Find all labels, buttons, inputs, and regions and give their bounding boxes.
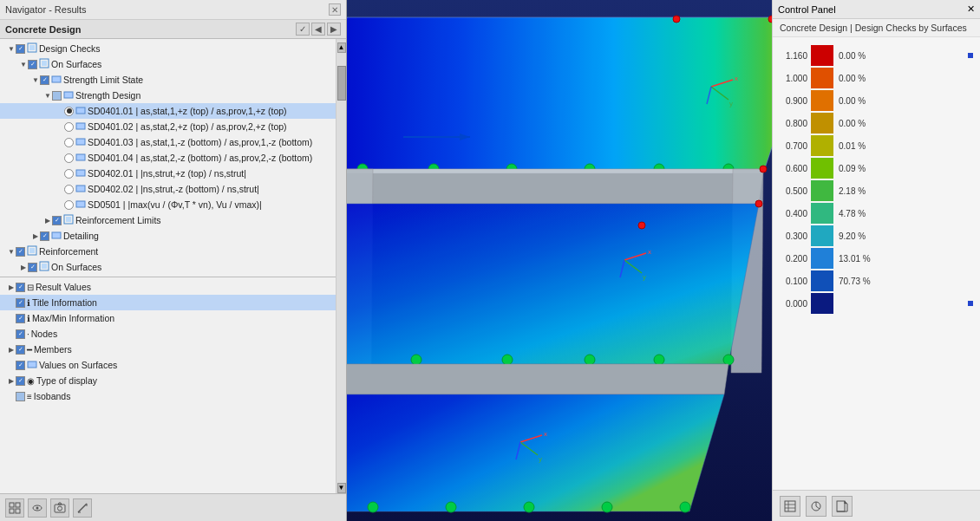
radio-sd0402-01[interactable] — [64, 169, 74, 179]
tree-item-type-of-display[interactable]: ▶◉Type of display — [0, 373, 336, 388]
checkbox-title-info[interactable] — [16, 298, 25, 308]
tree-item-values-on-surfaces[interactable]: Values on Surfaces — [0, 357, 336, 373]
tree-icon-on-surfaces — [39, 58, 49, 70]
radio-sd0401-01[interactable] — [64, 107, 74, 116]
tree-label-design-checks: Design Checks — [39, 43, 101, 54]
radio-sd0402-02[interactable] — [64, 185, 74, 194]
checkbox-nodes[interactable] — [16, 329, 25, 339]
tree-icon-values-on-surfaces — [27, 359, 37, 371]
eye-button[interactable] — [28, 498, 47, 518]
expand-arrow-reinforcement[interactable]: ▼ — [7, 248, 16, 256]
tree-item-detailing[interactable]: ▶Detailing — [0, 228, 336, 244]
dropdown-left-button[interactable]: ◀ — [311, 23, 325, 36]
svg-marker-43 — [347, 169, 763, 173]
tree-item-on-surfaces-2[interactable]: ▶On Surfaces — [0, 259, 336, 275]
table-button[interactable] — [780, 496, 800, 517]
radio-sd0501[interactable] — [64, 200, 74, 210]
tree-separator — [0, 277, 336, 277]
checkbox-design-checks[interactable] — [16, 44, 25, 54]
svg-rect-7 — [76, 123, 85, 129]
checkbox-values-on-surfaces[interactable] — [16, 361, 25, 370]
tree-area: ▼Design Checks▼On Surfaces▼Strength Limi… — [0, 39, 336, 493]
scale-color-2 — [811, 90, 833, 111]
expand-arrow-detailing[interactable]: ▶ — [31, 232, 40, 240]
expand-arrow-strength-limit[interactable]: ▼ — [31, 76, 40, 84]
checkbox-detailing[interactable] — [40, 231, 49, 241]
grid-button[interactable] — [5, 498, 24, 518]
expand-arrow-on-surfaces-2[interactable]: ▶ — [19, 264, 28, 271]
expand-arrow-type-of-display[interactable]: ▶ — [7, 377, 16, 385]
tree-item-design-checks[interactable]: ▼Design Checks — [0, 41, 336, 56]
radio-sd0401-03[interactable] — [64, 138, 74, 147]
ruler-button[interactable] — [73, 498, 92, 518]
scale-color-4 — [811, 135, 833, 156]
tree-item-sd0401-01[interactable]: SD0401.01 | as,stat,1,+z (top) / as,prov… — [0, 103, 336, 119]
tree-item-strength-design[interactable]: ▼Strength Design — [0, 88, 336, 103]
tree-label-sd0501: SD0501 | |max(vu / (Φv,T * vn), Vu / vma… — [88, 199, 262, 210]
checkbox-members[interactable] — [16, 345, 25, 355]
tree-label-type-of-display: Type of display — [36, 375, 97, 386]
tree-item-reinforcement-limits[interactable]: ▶Reinforcement Limits — [0, 212, 336, 228]
scale-color-1 — [811, 68, 833, 88]
checkbox-result-values[interactable] — [16, 283, 25, 292]
radio-sd0401-04[interactable] — [64, 153, 74, 163]
navigator-close-button[interactable]: ✕ — [329, 3, 341, 16]
tree-item-members[interactable]: ▶━Members — [0, 342, 336, 357]
dropdown-check-button[interactable]: ✓ — [296, 23, 310, 36]
tree-item-strength-limit[interactable]: ▼Strength Limit State — [0, 72, 336, 88]
tree-icon-strength-limit — [51, 74, 62, 86]
tree-item-sd0401-04[interactable]: SD0401.04 | as,stat,2,-z (bottom) / as,p… — [0, 150, 336, 166]
tree-item-sd0401-02[interactable]: SD0401.02 | as,stat,2,+z (top) / as,prov… — [0, 119, 336, 134]
tree-item-maxmin-info[interactable]: ℹMax/Min Information — [0, 310, 336, 326]
tree-item-reinforcement[interactable]: ▼Reinforcement — [0, 244, 336, 259]
annotation-arrow — [399, 128, 468, 146]
tree-item-sd0501[interactable]: SD0501 | |max(vu / (Φv,T * vn), Vu / vma… — [0, 197, 336, 212]
tree-label-members: Members — [34, 344, 72, 355]
scale-percent-9: 13.01 % — [839, 254, 871, 264]
tree-icon-sd0401-04 — [75, 152, 86, 164]
tree-item-title-info[interactable]: ℹTitle Information — [0, 295, 336, 310]
expand-arrow-reinforcement-limits[interactable]: ▶ — [43, 217, 52, 225]
expand-arrow-result-values[interactable]: ▶ — [7, 283, 16, 291]
tree-item-nodes[interactable]: ·Nodes — [0, 326, 336, 342]
tree-item-sd0402-01[interactable]: SD0402.01 | |ns,strut,+z (top) / ns,stru… — [0, 166, 336, 181]
tree-icon-detailing — [51, 230, 62, 242]
checkbox-strength-design[interactable] — [52, 91, 62, 101]
checkbox-reinforcement[interactable] — [16, 247, 25, 257]
checkbox-on-surfaces-2[interactable] — [28, 263, 37, 272]
checkbox-strength-limit[interactable] — [40, 75, 49, 85]
tree-icon-type-of-display: ◉ — [27, 376, 35, 386]
tree-icon-sd0402-01 — [75, 167, 86, 179]
expand-arrow-design-checks[interactable]: ▼ — [7, 45, 16, 53]
scale-percent-6: 2.18 % — [839, 186, 866, 196]
checkbox-type-of-display[interactable] — [16, 376, 25, 386]
tree-icon-result-values: ⊟ — [27, 283, 34, 292]
main-3d-view[interactable]: x y x y x y — [347, 0, 772, 521]
checkbox-maxmin-info[interactable] — [16, 314, 25, 323]
svg-rect-4 — [52, 76, 61, 82]
checkbox-on-surfaces[interactable] — [28, 60, 37, 69]
checkbox-reinforcement-limits[interactable] — [52, 216, 62, 225]
camera-button[interactable] — [50, 498, 69, 518]
export-button[interactable] — [832, 496, 853, 517]
tree-item-on-surfaces[interactable]: ▼On Surfaces — [0, 56, 336, 72]
dropdown-right-button[interactable]: ▶ — [327, 23, 341, 36]
svg-rect-22 — [16, 503, 20, 507]
expand-arrow-strength-design[interactable]: ▼ — [43, 92, 52, 100]
tree-item-sd0401-03[interactable]: SD0401.03 | as,stat,1,-z (bottom) / as,p… — [0, 134, 336, 150]
tree-item-isobands[interactable]: ≡Isobands — [0, 388, 336, 404]
expand-arrow-members[interactable]: ▶ — [7, 346, 16, 354]
cp-close-button[interactable]: ✕ — [967, 3, 975, 15]
tree-item-result-values[interactable]: ▶⊟Result Values — [0, 279, 336, 295]
tree-icon-isobands: ≡ — [27, 392, 32, 401]
scale-percent-0: 0.00 % — [839, 51, 866, 61]
tree-item-sd0402-02[interactable]: SD0402.02 | |ns,strut,-z (bottom) / ns,s… — [0, 181, 336, 197]
radio-sd0401-02[interactable] — [64, 122, 74, 132]
expand-arrow-on-surfaces[interactable]: ▼ — [19, 61, 28, 68]
tree-label-reinforcement-limits: Reinforcement Limits — [75, 215, 161, 225]
chart-button[interactable] — [806, 496, 826, 517]
checkbox-isobands[interactable] — [16, 392, 25, 401]
scroll-thumb[interactable] — [337, 66, 346, 101]
tree-label-sd0401-03: SD0401.03 | as,stat,1,-z (bottom) / as,p… — [88, 137, 312, 147]
scrollbar[interactable]: ▲ ▼ — [336, 39, 346, 493]
